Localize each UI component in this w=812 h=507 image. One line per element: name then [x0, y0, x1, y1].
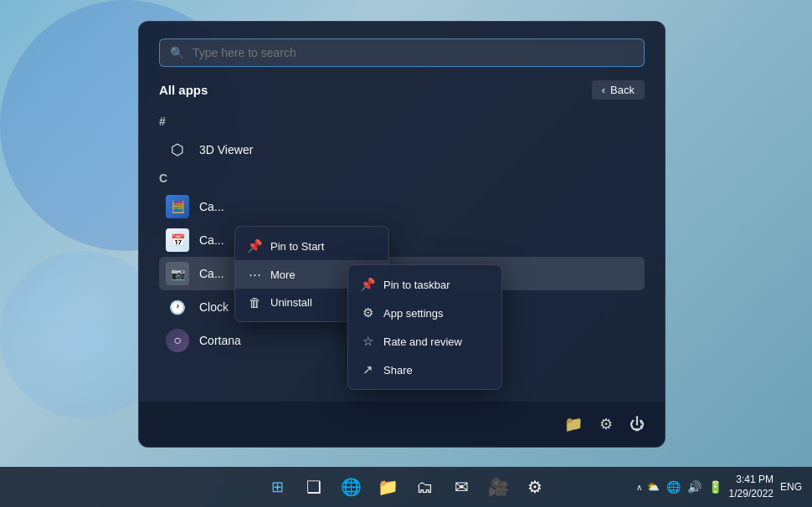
section-c: C [159, 166, 645, 190]
taskbar-widgets[interactable]: ❑ [297, 470, 331, 504]
widgets-icon: ❑ [306, 477, 321, 497]
taskbar-center: ⊞ ❑ 🌐 📁 🗂 ✉ 🎥 ⚙ [260, 470, 552, 504]
app-name-calendar: Ca... [199, 233, 224, 247]
app-name-3dviewer: 3D Viewer [199, 143, 253, 156]
taskbar-mail[interactable]: ✉ [445, 470, 478, 504]
taskbar-explorer[interactable]: 📁 [371, 470, 404, 504]
uninstall-label: Uninstall [270, 296, 312, 309]
app-item-calculator[interactable]: 🧮 Ca... [159, 190, 645, 223]
search-input[interactable] [193, 46, 634, 59]
network-icon[interactable]: 🌐 [666, 480, 681, 494]
chevron-up-icon: ∧ [636, 483, 642, 492]
section-hash: # [159, 110, 645, 133]
movies-icon: 🎥 [488, 477, 509, 497]
sub-pin-to-taskbar[interactable]: 📌 Pin to taskbar [348, 270, 501, 299]
cortana-icon: ○ [166, 329, 189, 352]
rate-review-label: Rate and review [383, 335, 462, 348]
pin-taskbar-icon: 📌 [360, 277, 375, 292]
taskbar-clock[interactable]: 3:41 PM 1/29/2022 [729, 473, 773, 501]
start-button[interactable]: ⊞ [260, 470, 294, 504]
search-bar[interactable]: 🔍 [159, 38, 645, 67]
more-label: More [270, 269, 296, 281]
windows-logo-icon: ⊞ [271, 478, 284, 496]
language-indicator: ENG [780, 481, 802, 493]
store-icon: 🗂 [416, 478, 433, 497]
context-pin-to-start[interactable]: 📌 Pin to Start [235, 232, 388, 260]
pin-to-taskbar-label: Pin to taskbar [383, 279, 450, 291]
all-apps-title: All apps [159, 83, 208, 97]
weather-icon: ⛅ [647, 481, 660, 493]
settings-taskbar-icon: ⚙ [527, 477, 542, 497]
back-chevron-icon: ‹ [602, 84, 605, 96]
share-icon: ↗ [360, 362, 375, 377]
explorer-icon: 📁 [378, 477, 398, 497]
start-menu-footer: 📁 ⚙ ⏻ [139, 402, 665, 447]
clock-icon: 🕐 [166, 295, 189, 319]
mail-icon: ✉ [455, 477, 469, 497]
sub-rate-review[interactable]: ☆ Rate and review [348, 327, 501, 356]
edge-icon: 🌐 [341, 477, 362, 497]
app-item-3dviewer[interactable]: ⬡ 3D Viewer [159, 133, 645, 166]
back-label: Back [610, 84, 635, 96]
taskbar-settings[interactable]: ⚙ [518, 470, 552, 504]
calculator-icon: 🧮 [166, 195, 189, 218]
more-icon: ⋯ [247, 267, 262, 282]
taskbar-edge[interactable]: 🌐 [334, 470, 367, 504]
app-name-calculator: Ca... [199, 200, 224, 213]
back-button[interactable]: ‹ Back [592, 80, 645, 100]
camera-icon: 📷 [166, 262, 189, 285]
settings-icon[interactable]: ⚙ [599, 415, 613, 433]
app-settings-icon: ⚙ [360, 305, 375, 320]
taskbar-right: ∧ ⛅ 🌐 🔊 🔋 3:41 PM 1/29/2022 ENG [636, 473, 802, 501]
share-label: Share [383, 364, 413, 376]
pin-to-start-label: Pin to Start [270, 240, 324, 253]
app-name-clock: Clock [199, 300, 229, 314]
folder-icon[interactable]: 📁 [564, 415, 583, 433]
sub-context-menu: 📌 Pin to taskbar ⚙ App settings ☆ Rate a… [347, 264, 502, 390]
date-display: 1/29/2022 [729, 487, 773, 501]
notification-area[interactable]: ∧ ⛅ [636, 481, 660, 493]
power-icon[interactable]: ⏻ [630, 416, 645, 433]
all-apps-header: All apps ‹ Back [139, 80, 665, 110]
search-icon: 🔍 [170, 46, 184, 59]
taskbar-movies[interactable]: 🎥 [481, 470, 515, 504]
app-item-calendar[interactable]: 📅 Ca... [159, 223, 645, 257]
volume-icon[interactable]: 🔊 [687, 480, 702, 494]
battery-icon[interactable]: 🔋 [708, 480, 722, 494]
star-icon: ☆ [360, 334, 375, 349]
uninstall-icon: 🗑 [247, 295, 262, 310]
taskbar-store[interactable]: 🗂 [408, 470, 441, 504]
pin-icon: 📌 [247, 238, 262, 254]
3dviewer-icon: ⬡ [166, 138, 189, 161]
taskbar: ⊞ ❑ 🌐 📁 🗂 ✉ 🎥 ⚙ ∧ ⛅ 🌐 🔊 🔋 [0, 467, 812, 507]
app-name-camera: Ca... [199, 267, 224, 280]
time-display: 3:41 PM [729, 473, 773, 487]
context-more-left: ⋯ More [247, 267, 296, 282]
sub-app-settings[interactable]: ⚙ App settings [348, 299, 501, 327]
app-settings-label: App settings [383, 307, 444, 320]
calendar-icon: 📅 [166, 228, 189, 252]
sub-share[interactable]: ↗ Share [348, 356, 501, 384]
app-name-cortana: Cortana [199, 334, 241, 347]
